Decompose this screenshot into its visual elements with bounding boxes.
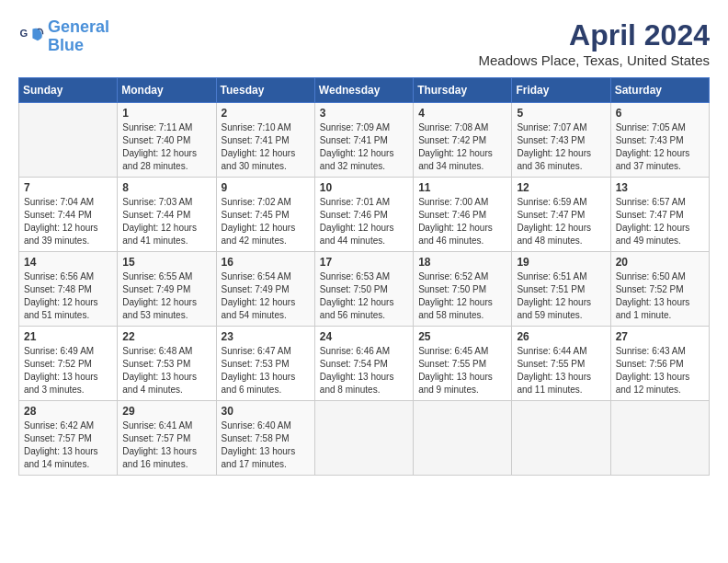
day-number: 1 — [122, 107, 210, 120]
calendar-cell: 18Sunrise: 6:52 AMSunset: 7:50 PMDayligh… — [414, 252, 512, 327]
calendar-cell — [512, 401, 610, 476]
day-info: Sunrise: 6:43 AMSunset: 7:56 PMDaylight:… — [616, 345, 704, 396]
day-number: 30 — [222, 405, 310, 418]
week-row-3: 14Sunrise: 6:56 AMSunset: 7:48 PMDayligh… — [19, 252, 710, 327]
day-number: 26 — [517, 330, 605, 343]
calendar-cell — [414, 401, 512, 476]
calendar-cell: 27Sunrise: 6:43 AMSunset: 7:56 PMDayligh… — [610, 327, 709, 401]
calendar-cell: 5Sunrise: 7:07 AMSunset: 7:43 PMDaylight… — [512, 103, 610, 178]
day-info: Sunrise: 6:49 AMSunset: 7:52 PMDaylight:… — [24, 345, 112, 396]
day-info: Sunrise: 6:52 AMSunset: 7:50 PMDaylight:… — [418, 270, 506, 322]
day-info: Sunrise: 7:04 AMSunset: 7:44 PMDaylight:… — [24, 196, 112, 247]
logo-line1: General — [48, 17, 109, 36]
day-info: Sunrise: 6:46 AMSunset: 7:54 PMDaylight:… — [320, 345, 408, 396]
calendar-cell: 28Sunrise: 6:42 AMSunset: 7:57 PMDayligh… — [19, 401, 118, 476]
day-number: 16 — [222, 256, 310, 269]
day-number: 14 — [24, 256, 112, 269]
calendar-cell: 17Sunrise: 6:53 AMSunset: 7:50 PMDayligh… — [314, 252, 413, 327]
day-number: 7 — [24, 181, 112, 194]
day-number: 21 — [24, 330, 112, 343]
day-number: 12 — [517, 181, 605, 194]
calendar-cell: 26Sunrise: 6:44 AMSunset: 7:55 PMDayligh… — [512, 327, 610, 401]
header-cell-tuesday: Tuesday — [216, 78, 314, 103]
day-number: 11 — [418, 181, 506, 194]
day-info: Sunrise: 7:09 AMSunset: 7:41 PMDaylight:… — [320, 121, 408, 173]
calendar-cell: 11Sunrise: 7:00 AMSunset: 7:46 PMDayligh… — [414, 178, 512, 252]
logo-icon: G — [18, 24, 44, 50]
month-title: April 2024 — [478, 18, 710, 52]
day-info: Sunrise: 6:51 AMSunset: 7:51 PMDaylight:… — [517, 270, 605, 322]
day-info: Sunrise: 6:57 AMSunset: 7:47 PMDaylight:… — [616, 196, 704, 247]
day-info: Sunrise: 7:11 AMSunset: 7:40 PMDaylight:… — [122, 121, 210, 173]
calendar-cell — [314, 401, 413, 476]
day-info: Sunrise: 7:08 AMSunset: 7:42 PMDaylight:… — [418, 121, 506, 173]
logo: G General Blue — [18, 18, 109, 55]
calendar-cell: 1Sunrise: 7:11 AMSunset: 7:40 PMDaylight… — [118, 103, 216, 178]
calendar-cell: 15Sunrise: 6:55 AMSunset: 7:49 PMDayligh… — [118, 252, 216, 327]
day-info: Sunrise: 6:44 AMSunset: 7:55 PMDaylight:… — [517, 345, 605, 396]
day-number: 10 — [320, 181, 408, 194]
location-title: Meadows Place, Texas, United States — [478, 52, 710, 68]
week-row-5: 28Sunrise: 6:42 AMSunset: 7:57 PMDayligh… — [19, 401, 710, 476]
day-info: Sunrise: 6:50 AMSunset: 7:52 PMDaylight:… — [616, 270, 704, 322]
calendar-cell: 3Sunrise: 7:09 AMSunset: 7:41 PMDaylight… — [314, 103, 413, 178]
svg-text:G: G — [19, 28, 28, 39]
day-info: Sunrise: 7:07 AMSunset: 7:43 PMDaylight:… — [517, 121, 605, 173]
day-info: Sunrise: 7:05 AMSunset: 7:43 PMDaylight:… — [616, 121, 704, 173]
header-cell-thursday: Thursday — [414, 78, 512, 103]
calendar-cell: 22Sunrise: 6:48 AMSunset: 7:53 PMDayligh… — [118, 327, 216, 401]
calendar-cell: 13Sunrise: 6:57 AMSunset: 7:47 PMDayligh… — [610, 178, 709, 252]
day-number: 18 — [418, 256, 506, 269]
calendar-cell: 25Sunrise: 6:45 AMSunset: 7:55 PMDayligh… — [414, 327, 512, 401]
day-info: Sunrise: 6:45 AMSunset: 7:55 PMDaylight:… — [418, 345, 506, 396]
day-info: Sunrise: 6:42 AMSunset: 7:57 PMDaylight:… — [24, 419, 112, 471]
week-row-2: 7Sunrise: 7:04 AMSunset: 7:44 PMDaylight… — [19, 178, 710, 252]
day-number: 13 — [616, 181, 704, 194]
day-number: 2 — [222, 107, 310, 120]
day-number: 25 — [418, 330, 506, 343]
day-number: 5 — [517, 107, 605, 120]
day-number: 9 — [222, 181, 310, 194]
day-number: 24 — [320, 330, 408, 343]
day-number: 17 — [320, 256, 408, 269]
day-info: Sunrise: 6:53 AMSunset: 7:50 PMDaylight:… — [320, 270, 408, 322]
title-area: April 2024 Meadows Place, Texas, United … — [478, 18, 710, 68]
calendar-cell: 4Sunrise: 7:08 AMSunset: 7:42 PMDaylight… — [414, 103, 512, 178]
calendar-cell: 21Sunrise: 6:49 AMSunset: 7:52 PMDayligh… — [19, 327, 118, 401]
day-info: Sunrise: 6:56 AMSunset: 7:48 PMDaylight:… — [24, 270, 112, 322]
day-info: Sunrise: 6:59 AMSunset: 7:47 PMDaylight:… — [517, 196, 605, 247]
logo-text: General Blue — [48, 18, 109, 55]
calendar-table: SundayMondayTuesdayWednesdayThursdayFrid… — [18, 77, 710, 476]
calendar-cell: 19Sunrise: 6:51 AMSunset: 7:51 PMDayligh… — [512, 252, 610, 327]
calendar-cell: 9Sunrise: 7:02 AMSunset: 7:45 PMDaylight… — [216, 178, 314, 252]
day-number: 28 — [24, 405, 112, 418]
day-number: 19 — [517, 256, 605, 269]
calendar-cell: 14Sunrise: 6:56 AMSunset: 7:48 PMDayligh… — [19, 252, 118, 327]
day-info: Sunrise: 6:48 AMSunset: 7:53 PMDaylight:… — [122, 345, 210, 396]
day-info: Sunrise: 7:01 AMSunset: 7:46 PMDaylight:… — [320, 196, 408, 247]
day-number: 15 — [122, 256, 210, 269]
calendar-cell: 8Sunrise: 7:03 AMSunset: 7:44 PMDaylight… — [118, 178, 216, 252]
day-number: 8 — [122, 181, 210, 194]
calendar-cell: 16Sunrise: 6:54 AMSunset: 7:49 PMDayligh… — [216, 252, 314, 327]
calendar-cell: 7Sunrise: 7:04 AMSunset: 7:44 PMDaylight… — [19, 178, 118, 252]
calendar-cell: 23Sunrise: 6:47 AMSunset: 7:53 PMDayligh… — [216, 327, 314, 401]
header-cell-friday: Friday — [512, 78, 610, 103]
week-row-4: 21Sunrise: 6:49 AMSunset: 7:52 PMDayligh… — [19, 327, 710, 401]
calendar-cell: 20Sunrise: 6:50 AMSunset: 7:52 PMDayligh… — [610, 252, 709, 327]
day-info: Sunrise: 7:03 AMSunset: 7:44 PMDaylight:… — [122, 196, 210, 247]
calendar-cell: 29Sunrise: 6:41 AMSunset: 7:57 PMDayligh… — [118, 401, 216, 476]
day-info: Sunrise: 6:54 AMSunset: 7:49 PMDaylight:… — [222, 270, 310, 322]
day-info: Sunrise: 6:55 AMSunset: 7:49 PMDaylight:… — [122, 270, 210, 322]
day-info: Sunrise: 6:47 AMSunset: 7:53 PMDaylight:… — [222, 345, 310, 396]
header-cell-saturday: Saturday — [610, 78, 709, 103]
day-number: 4 — [418, 107, 506, 120]
header-cell-monday: Monday — [118, 78, 216, 103]
calendar-cell — [19, 103, 118, 178]
calendar-cell: 12Sunrise: 6:59 AMSunset: 7:47 PMDayligh… — [512, 178, 610, 252]
calendar-cell: 6Sunrise: 7:05 AMSunset: 7:43 PMDaylight… — [610, 103, 709, 178]
header-cell-sunday: Sunday — [19, 78, 118, 103]
day-info: Sunrise: 6:40 AMSunset: 7:58 PMDaylight:… — [222, 419, 310, 471]
calendar-cell: 24Sunrise: 6:46 AMSunset: 7:54 PMDayligh… — [314, 327, 413, 401]
day-info: Sunrise: 7:00 AMSunset: 7:46 PMDaylight:… — [418, 196, 506, 247]
